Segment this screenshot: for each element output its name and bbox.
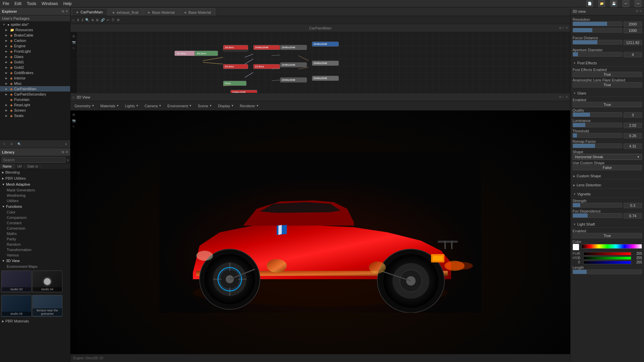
view-menu-environment[interactable]: Environment ▼ (165, 103, 194, 109)
rp-icon2[interactable]: ✕ (639, 9, 642, 13)
glare-threshold-value[interactable]: 0.26 (624, 133, 642, 138)
node-blue1[interactable]: 2048x2048 (312, 42, 339, 47)
node-red2[interactable]: 24.3ms (223, 64, 248, 69)
rgb-slider-r[interactable] (583, 252, 631, 255)
view-3d-canvas[interactable]: ⊞ 📷 ↖ (70, 111, 570, 354)
vignette-fov-value[interactable]: 0.74 (624, 213, 642, 219)
tree-item-seats[interactable]: ▶ ◆ Seats (0, 113, 70, 118)
exp-del-btn[interactable]: ✕ (9, 141, 15, 147)
vignette-fov-slider[interactable] (573, 213, 622, 218)
light-shaft-header[interactable]: ▼ Light Shaft (573, 221, 642, 228)
vignette-strength-slider[interactable] (573, 203, 622, 207)
tree-item-gold2[interactable]: ▶ ◆ Gold2 (0, 65, 70, 70)
glare-quality-slider[interactable] (573, 112, 622, 117)
toolbar-undo[interactable]: ↩ (623, 0, 629, 7)
post-effects-header[interactable]: ▼ Post Effects (573, 60, 642, 66)
explorer-icon2[interactable]: ✕ (65, 9, 68, 13)
tree-item-spider[interactable]: ▼ ● spider.sbs* (0, 22, 70, 27)
lib-sub-various[interactable]: Various (0, 252, 70, 258)
exp-add-btn[interactable]: + (1, 141, 7, 147)
lib-sub-parity[interactable]: Parity (0, 236, 70, 242)
node-red1[interactable]: 18.5ms (223, 45, 248, 51)
ne-tool-pause[interactable]: ⏸ (76, 18, 80, 22)
lib-sub-conversion[interactable]: Conversion (0, 226, 70, 231)
node-gray-out1[interactable]: 2048x2048 (312, 61, 339, 66)
lib-sub-color[interactable]: Color (0, 209, 70, 215)
vignette-header[interactable]: ▼ Vignette (573, 191, 642, 197)
glare-header[interactable]: ▼ Glare (573, 90, 642, 97)
lib-thumb-studio03[interactable]: studio 03 (1, 270, 32, 292)
custom-shape-header[interactable]: ▶ Custom Shape (573, 173, 642, 179)
resolution-slider-h[interactable] (573, 28, 622, 33)
lib-sub-transformation[interactable]: Transformation (0, 247, 70, 252)
lib-cat-3dview[interactable]: ▼ 3D View (0, 258, 70, 264)
light-shaft-enabled-value[interactable]: True (573, 233, 642, 238)
toolbar-redo[interactable]: ↪ (635, 0, 641, 7)
focus-slider[interactable] (573, 40, 622, 45)
view-side-icon-1[interactable]: ⊞ (71, 112, 76, 117)
lib-sub-weathering[interactable]: Weathering (0, 193, 70, 198)
tree-item-goldbrakes[interactable]: ▶ ◆ GoldBrakes (0, 70, 70, 75)
ne-tool-zoom[interactable]: ⊕ (91, 18, 94, 22)
lib-sub-envmaps[interactable]: Environment Maps (0, 264, 70, 269)
menu-windows[interactable]: Windows (42, 1, 58, 6)
tree-item-carpaintmain[interactable]: ▶ ◆ CarPaintMain (0, 86, 70, 92)
lib-sub-comparison[interactable]: Comparison (0, 215, 70, 220)
tree-item-interior[interactable]: ▶ ◆ Interior (0, 75, 70, 81)
lib-cat-pbr[interactable]: ▶ PBR Utilities (0, 175, 70, 181)
ne-tool-clock[interactable]: ⏱ (111, 18, 115, 22)
toolbar-open[interactable]: 📁 (598, 0, 605, 7)
library-search-btn[interactable]: » (67, 158, 69, 162)
tree-item-gold1[interactable]: ▶ ◆ Gold1 (0, 59, 70, 65)
menu-help[interactable]: Help (63, 1, 72, 6)
library-icon2[interactable]: ✕ (65, 150, 68, 154)
ne-title-icon1[interactable]: ⧉ (559, 26, 561, 30)
menu-edit[interactable]: Edit (14, 1, 21, 6)
glare-remap-slider[interactable] (573, 143, 622, 148)
tree-item-engine[interactable]: ▶ ◆ Engine (0, 43, 70, 49)
side-icon-cursor[interactable]: ↖ (71, 46, 76, 51)
aperture-value[interactable]: 4 (624, 52, 642, 57)
node-gray1[interactable]: 2048x2048 (280, 45, 307, 50)
node-canvas[interactable]: 10.4ms 84.2ms 18.5ms 24.3ms 2048x2048 (70, 32, 570, 93)
tab-base2[interactable]: ◈ Base Material (180, 8, 215, 16)
library-icon1[interactable]: ⧉ (62, 150, 64, 154)
exp-search-btn[interactable]: 🔍 (16, 141, 22, 147)
node-gray3[interactable]: 2048x2048 (280, 77, 307, 82)
lib-cat-mesh[interactable]: ▼ Mesh Adaptive (0, 181, 70, 187)
side-icon-expand[interactable]: ⊞ (71, 34, 76, 39)
tree-item-screen[interactable]: ▶ ◆ Screen (0, 108, 70, 113)
glare-enabled-value[interactable]: True (573, 102, 642, 107)
view-menu-scene[interactable]: Scene ▼ (196, 103, 214, 109)
node-red3[interactable]: 2048x2048 (253, 45, 280, 50)
ne-tool-arrow[interactable]: ↩ (107, 18, 109, 22)
color-bar[interactable] (581, 244, 642, 249)
lib-thumb-studio05[interactable]: studio 05 (1, 295, 32, 317)
view-3d-icon-float[interactable]: □ (562, 95, 564, 99)
lib-sub-random[interactable]: Random (0, 242, 70, 247)
ne-title-icon3[interactable]: ✕ (566, 26, 568, 30)
focus-value[interactable]: 1211.82 (624, 40, 642, 45)
tree-item-carpaintsecondary[interactable]: ▶ ◆ CarPaintSecondary (0, 92, 70, 97)
tab-carpaintmain[interactable]: ◈ CarPaintMain (72, 8, 107, 16)
tree-item-carbon[interactable]: ▶ ◆ Carbon (0, 38, 70, 43)
tree-item-porcelain[interactable]: ◆ Porcelain (0, 97, 70, 102)
lib-tab-url[interactable]: Url (15, 164, 25, 169)
rgb-slider-g[interactable] (583, 256, 631, 260)
ne-tool-settings[interactable]: ⚙ (117, 18, 120, 22)
lib-cat-pbrmaterials[interactable]: ▶ PBR Materials (0, 318, 70, 324)
node-green1[interactable]: 84.2ms (195, 51, 218, 56)
tree-item-misc[interactable]: ▶ ◆ Misc (0, 81, 70, 86)
lib-sub-constant[interactable]: Constant (0, 220, 70, 226)
resolution-slider-w[interactable] (573, 21, 622, 26)
resolution-value-w[interactable]: 2000 (624, 21, 642, 27)
node-gray2[interactable]: 2048x2048 (280, 62, 307, 67)
view-menu-materials[interactable]: Materials ▼ (98, 103, 121, 109)
lib-sub-utilities[interactable]: Utilities (0, 198, 70, 203)
tab-base1[interactable]: ◈ Base Material (143, 8, 179, 16)
length-slider[interactable] (573, 269, 642, 274)
view-menu-lights[interactable]: Lights ▼ (123, 103, 141, 109)
aperture-slider[interactable] (573, 52, 622, 57)
ne-tool-info[interactable]: ℹ (82, 18, 83, 22)
view-3d-icon-close[interactable]: ✕ (566, 95, 568, 99)
